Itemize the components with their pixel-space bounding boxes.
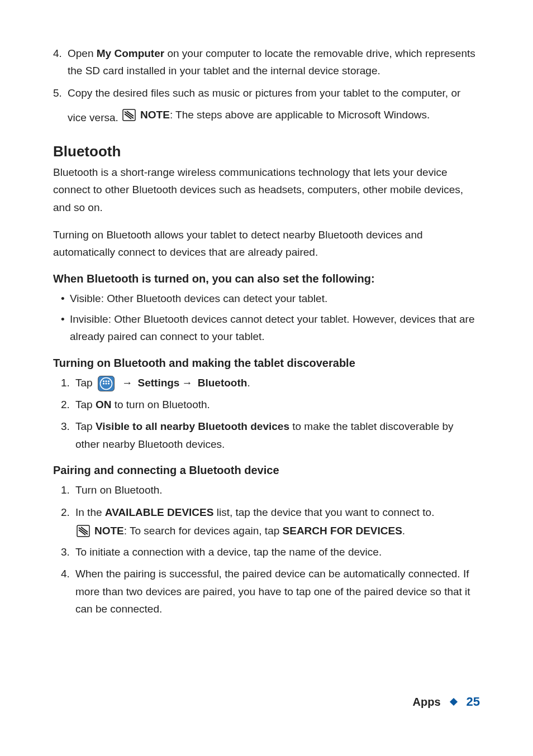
bullet-text: Visible: Other Bluetooth devices can det… [70, 290, 327, 307]
section-title-bluetooth: Bluetooth [53, 143, 480, 160]
text: Tap [75, 420, 96, 432]
pair-step-2: 2. In the AVAILABLE DEVICES list, tap th… [61, 504, 480, 542]
step-5: 5. Copy the desired files such as music … [53, 84, 480, 126]
svg-point-9 [103, 380, 104, 382]
text: Tap [75, 377, 96, 389]
step-body: Copy the desired files such as music or … [68, 84, 480, 126]
step-body: Turn on Bluetooth. [75, 481, 480, 499]
note-icon [77, 525, 90, 537]
text-bold: ON [96, 399, 112, 410]
step-body: In the AVAILABLE DEVICES list, tap the d… [75, 504, 480, 542]
subtitle-when-on: When Bluetooth is turned on, you can als… [53, 272, 480, 285]
turn-on-step-2: 2. Tap ON to turn on Bluetooth. [61, 396, 480, 413]
step-number: 1. [61, 481, 75, 499]
arrow-icon: → [122, 374, 132, 391]
step-body: Tap Visible to all nearby Bluetooth devi… [75, 418, 480, 453]
svg-point-11 [108, 380, 110, 382]
apps-grid-icon [98, 376, 115, 391]
step-body: Tap → Settings→ Bluetooth. [75, 374, 480, 391]
svg-point-8 [108, 382, 110, 384]
bullet-item: • Visible: Other Bluetooth devices can d… [61, 290, 480, 307]
step-number: 1. [61, 374, 75, 391]
subtitle-turn-on: Turning on Bluetooth and making the tabl… [53, 357, 480, 370]
subtitle-pairing: Pairing and connecting a Bluetooth devic… [53, 464, 480, 477]
page-content: 4. Open My Computer on your computer to … [0, 0, 533, 618]
text-bold: Settings [137, 377, 179, 389]
arrow-icon: → [182, 374, 192, 391]
step-number: 5. [53, 84, 68, 126]
text: In the [75, 506, 105, 518]
turn-on-step-1: 1. Tap → Settings→ Bluetooth. [61, 374, 480, 391]
step-4: 4. Open My Computer on your computer to … [53, 45, 480, 80]
step-body: To initiate a connection with a device, … [75, 543, 480, 561]
text-bold: Bluetooth [198, 377, 248, 389]
text: Tap [75, 399, 96, 410]
page-footer: Apps 25 [413, 695, 480, 709]
text: list, tap the device that you want to co… [213, 506, 434, 518]
pair-step-4: 4. When the pairing is successful, the p… [61, 565, 480, 618]
step-number: 3. [61, 418, 75, 453]
step-body: Open My Computer on your computer to loc… [68, 45, 480, 80]
paragraph: Turning on Bluetooth allows your tablet … [53, 226, 480, 261]
text: . [247, 377, 250, 389]
step-number: 4. [61, 565, 75, 618]
step-number: 2. [61, 396, 75, 413]
pair-step-3: 3. To initiate a connection with a devic… [61, 543, 480, 561]
step-number: 4. [53, 45, 68, 80]
note-label: NOTE [94, 525, 124, 537]
step-body: Tap ON to turn on Bluetooth. [75, 396, 480, 413]
step-number: 3. [61, 543, 75, 561]
footer-section: Apps [413, 696, 441, 709]
note-text: . [402, 525, 405, 537]
turn-on-step-3: 3. Tap Visible to all nearby Bluetooth d… [61, 418, 480, 453]
note-label: NOTE [140, 109, 170, 121]
step-body: When the pairing is successful, the pair… [75, 565, 480, 618]
text-bold: Visible to all nearby Bluetooth devices [96, 420, 289, 432]
bullet-marker: • [61, 290, 70, 307]
diamond-icon [449, 698, 457, 706]
step-number: 2. [61, 504, 75, 542]
text: to turn on Bluetooth. [111, 399, 210, 410]
page-number: 25 [467, 695, 480, 709]
text: Open [68, 47, 97, 59]
text-bold: My Computer [97, 47, 164, 59]
text-bold: AVAILABLE DEVICES [105, 506, 214, 518]
note-row: NOTE: To search for devices again, tap S… [75, 522, 405, 539]
note-text: : The steps above are applicable to Micr… [170, 109, 430, 121]
text-bold: SEARCH FOR DEVICES [283, 525, 402, 537]
bullet-marker: • [61, 310, 70, 346]
bullet-item: • Invisible: Other Bluetooth devices can… [61, 310, 480, 346]
pair-step-1: 1. Turn on Bluetooth. [61, 481, 480, 499]
svg-point-6 [103, 382, 104, 384]
note-text: : To search for devices again, tap [124, 525, 283, 537]
svg-point-10 [105, 380, 107, 382]
note-icon [122, 109, 136, 121]
svg-point-7 [105, 382, 107, 384]
paragraph: Bluetooth is a short-range wireless comm… [53, 164, 480, 216]
note-row: NOTE: The steps above are applicable to … [121, 106, 430, 123]
bullet-text: Invisible: Other Bluetooth devices canno… [70, 310, 480, 346]
